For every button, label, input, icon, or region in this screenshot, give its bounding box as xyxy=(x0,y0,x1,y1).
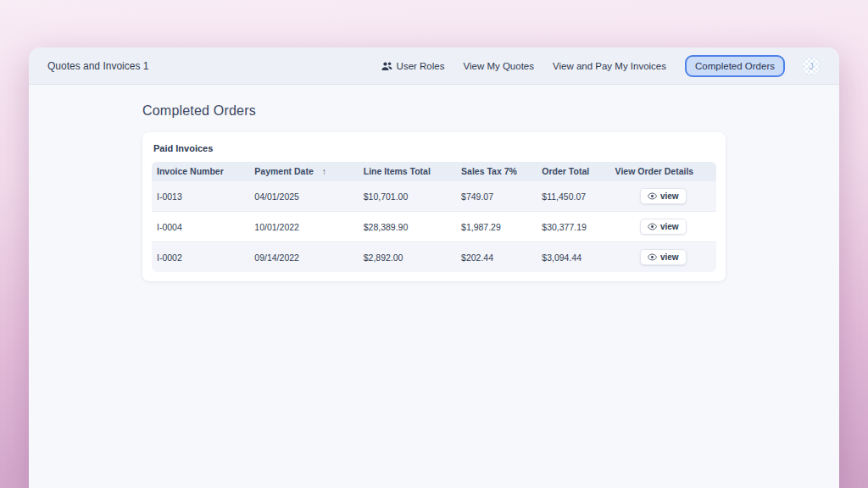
view-order-label: view xyxy=(660,222,679,231)
eye-icon xyxy=(648,253,657,261)
view-order-button[interactable]: view xyxy=(640,219,687,235)
sales-tax-cell: $749.07 xyxy=(456,181,537,212)
col-view-order-details[interactable]: View Order Details xyxy=(610,162,716,181)
main-nav: User Roles View My Quotes View and Pay M… xyxy=(381,55,821,77)
invoice-number-cell: I-0004 xyxy=(152,212,249,242)
line-items-total-cell: $10,701.00 xyxy=(359,181,456,212)
top-navbar: Quotes and Invoices 1 User Roles View My… xyxy=(29,47,839,85)
eye-icon xyxy=(648,223,657,230)
order-total-cell: $30,377.19 xyxy=(537,212,609,242)
col-order-total[interactable]: Order Total xyxy=(537,162,609,181)
user-avatar[interactable]: J xyxy=(802,57,821,75)
invoice-row: I-0013 04/01/2025 $10,701.00 $749.07 $11… xyxy=(152,181,716,212)
invoices-table-wrap: Invoice Number Payment Date ↑ Line Items… xyxy=(152,162,716,272)
view-order-button[interactable]: view xyxy=(640,249,687,265)
table-header-row: Invoice Number Payment Date ↑ Line Items… xyxy=(152,162,716,181)
app-window: Quotes and Invoices 1 User Roles View My… xyxy=(29,47,839,488)
nav-user-roles[interactable]: User Roles xyxy=(381,61,445,71)
app-title: Quotes and Invoices 1 xyxy=(47,60,148,72)
invoice-number-cell: I-0002 xyxy=(152,242,249,273)
eye-icon xyxy=(648,192,657,200)
invoices-table: Invoice Number Payment Date ↑ Line Items… xyxy=(152,162,716,272)
order-total-cell: $11,450.07 xyxy=(537,181,609,212)
view-order-label: view xyxy=(660,191,679,201)
view-order-label: view xyxy=(660,252,679,262)
line-items-total-cell: $2,892.00 xyxy=(359,242,456,273)
users-icon xyxy=(381,61,392,71)
invoice-row: I-0002 09/14/2022 $2,892.00 $202.44 $3,0… xyxy=(152,242,716,273)
sales-tax-cell: $1,987.29 xyxy=(456,212,537,242)
invoice-row: I-0004 10/01/2022 $28,389.90 $1,987.29 $… xyxy=(152,212,716,242)
order-total-cell: $3,094.44 xyxy=(537,242,609,273)
view-order-cell: view xyxy=(610,242,716,273)
view-order-cell: view xyxy=(610,181,716,212)
col-line-items-total[interactable]: Line Items Total xyxy=(359,162,456,181)
nav-label: View My Quotes xyxy=(463,61,534,71)
payment-date-cell: 10/01/2022 xyxy=(249,212,358,242)
col-sales-tax[interactable]: Sales Tax 7% xyxy=(456,162,537,181)
invoice-number-cell: I-0013 xyxy=(152,181,249,212)
sort-asc-icon: ↑ xyxy=(322,166,326,176)
payment-date-cell: 09/14/2022 xyxy=(249,242,358,273)
nav-view-and-pay-my-invoices[interactable]: View and Pay My Invoices xyxy=(553,61,666,71)
col-invoice-number[interactable]: Invoice Number xyxy=(152,162,249,181)
view-order-button[interactable]: view xyxy=(640,188,687,204)
nav-label: View and Pay My Invoices xyxy=(553,61,666,71)
sales-tax-cell: $202.44 xyxy=(456,242,537,273)
view-order-cell: view xyxy=(610,212,716,242)
card-title: Paid Invoices xyxy=(153,143,716,153)
nav-completed-orders[interactable]: Completed Orders xyxy=(685,55,785,77)
col-payment-date[interactable]: Payment Date ↑ xyxy=(249,162,358,181)
nav-label: User Roles xyxy=(397,61,445,71)
col-payment-date-label: Payment Date xyxy=(254,166,313,176)
content-area: Completed Orders Paid Invoices Invoice N… xyxy=(29,85,839,281)
line-items-total-cell: $28,389.90 xyxy=(359,212,456,242)
avatar-initial: J xyxy=(809,61,814,71)
nav-view-my-quotes[interactable]: View My Quotes xyxy=(463,61,534,71)
payment-date-cell: 04/01/2025 xyxy=(249,181,358,212)
page-title: Completed Orders xyxy=(142,103,839,119)
invoices-table-body: I-0013 04/01/2025 $10,701.00 $749.07 $11… xyxy=(152,181,716,273)
paid-invoices-card: Paid Invoices Invoice Number Payment Dat… xyxy=(142,132,726,281)
nav-label: Completed Orders xyxy=(695,61,775,71)
